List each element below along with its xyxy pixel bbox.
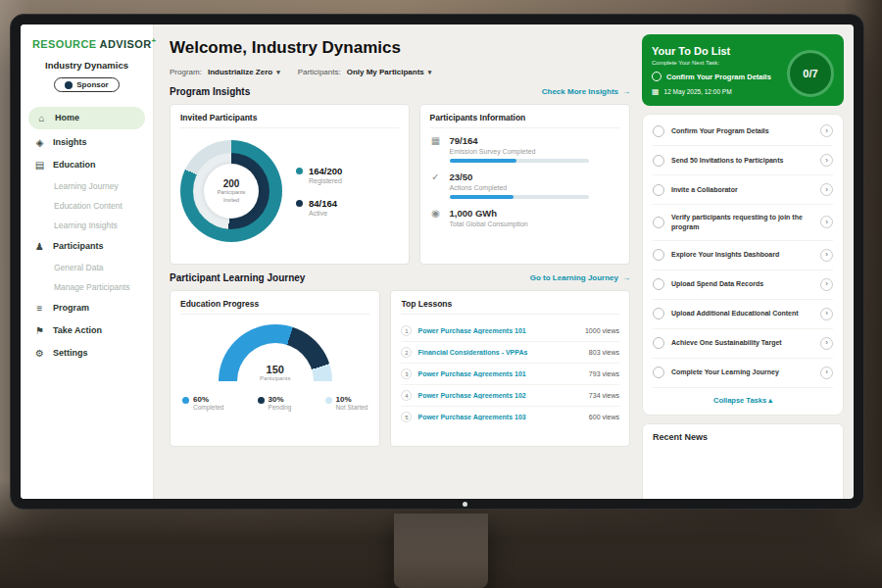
sidebar-item-education[interactable]: ▤ Education [21,154,153,176]
recent-news-card: Recent News [642,423,844,499]
participants-information-card: Participants Information ▦ 79/164 Emissi… [419,104,630,265]
sidebar-item-general-data[interactable]: General Data [21,258,153,277]
power-led [463,502,467,507]
legend-registered: 164/200 Registered [296,166,342,184]
sidebar-item-learning-insights[interactable]: Learning Insights [21,216,153,235]
chevron-right-icon[interactable]: › [820,183,833,196]
check-icon: ✓ [430,172,442,182]
task-row-complete-learning-journey[interactable]: Complete Your Learning Journey › [653,359,833,388]
participants-icon: ♟ [34,241,45,252]
chevron-right-icon[interactable]: › [820,278,833,291]
education-icon: ▤ [34,160,45,171]
info-value: 1,000 GWh [450,208,528,219]
task-label: Invite a Collaborator [671,185,813,195]
sponsor-icon [65,81,73,89]
task-checkbox[interactable] [653,249,664,261]
page-title: Welcome, Industry Dynamics [170,38,630,58]
monitor-frame: RESOURCE ADVISOR+ Industry Dynamics Spon… [10,14,864,510]
task-checkbox[interactable] [653,155,664,167]
chevron-down-icon: ▾ [276,69,280,76]
task-row-send-invitations[interactable]: Send 50 Invitations to Participants › [653,146,833,175]
top-lessons-card: Top Lessons 1 Power Purchase Agreements … [390,290,630,447]
recent-news-title: Recent News [653,432,708,442]
chevron-right-icon[interactable]: › [820,249,833,262]
progress-track [450,159,589,163]
lesson-views: 734 views [589,392,619,399]
sidebar-item-participants[interactable]: ♟ Participants [21,235,153,258]
next-task[interactable]: Confirm Your Program Details [652,72,783,81]
legend-dot-not-started [325,397,332,404]
program-insights-header: Program Insights Check More Insights → [170,86,630,97]
lesson-link[interactable]: Power Purchase Agreements 102 [417,392,582,399]
task-row-confirm-program[interactable]: Confirm Your Program Details › [653,117,833,146]
invited-donut-ring-inner: 200 Participants Invited [193,153,270,229]
chevron-right-icon[interactable]: › [820,216,833,228]
chevron-right-icon[interactable]: › [820,337,833,350]
education-gauge: 150 Participants [219,324,332,381]
sponsor-badge[interactable]: Sponsor [54,77,119,92]
card-title: Top Lessons [401,299,619,315]
lesson-link[interactable]: Power Purchase Agreements 103 [417,414,582,420]
task-checkbox[interactable] [653,337,664,349]
task-row-verify-participants[interactable]: Verify participants requesting to join t… [653,205,833,241]
lesson-rank: 1 [401,325,412,336]
task-checkbox[interactable] [653,125,664,137]
due-date-text: 12 May 2025, 12:00 PM [664,88,732,95]
program-select-value: Industrialize Zero [208,68,272,76]
sidebar-item-program[interactable]: ≡ Program [21,297,153,319]
check-more-insights-link[interactable]: Check More Insights → [542,87,630,96]
lesson-row: 5 Power Purchase Agreements 103 600 view… [401,407,619,427]
task-row-upload-spend-data[interactable]: Upload Spend Data Records › [653,270,833,300]
sidebar-nav: ⌂ Home ◈ Insights ▤ Education Learning J… [21,107,153,365]
task-checkbox[interactable] [653,217,664,228]
todo-task-list: Confirm Your Program Details › Send 50 I… [642,114,844,416]
invited-donut-ring-outer: 200 Participants Invited [180,140,282,242]
task-checkbox[interactable] [653,367,664,378]
task-label: Upload Additional Educational Content [671,309,813,318]
sidebar-item-label: Home [55,113,79,122]
sidebar-item-take-action[interactable]: ⚑ Take Action [21,319,153,342]
program-select[interactable]: Industrialize Zero ▾ [208,68,280,76]
task-row-upload-educational-content[interactable]: Upload Additional Educational Content › [653,300,833,329]
chevron-right-icon[interactable]: › [820,308,833,320]
task-row-explore-insights[interactable]: Explore Your Insights Dashboard › [653,241,833,270]
org-block: Industry Dynamics Sponsor [21,58,153,103]
participants-select[interactable]: Only My Participants ▾ [347,68,432,76]
chevron-right-icon[interactable]: › [820,124,833,137]
journey-cards-row: Education Progress 150 Participants [170,290,630,447]
sidebar-item-home[interactable]: ⌂ Home [28,107,145,129]
sidebar-item-label: Program [53,303,89,313]
task-checkbox[interactable] [653,184,664,196]
lesson-views: 803 views [589,349,619,356]
legend-pending: 30% Pending [258,395,292,411]
legend-dot-pending [258,397,265,404]
lesson-link[interactable]: Power Purchase Agreements 101 [417,327,578,334]
lesson-link[interactable]: Power Purchase Agreements 101 [417,370,582,377]
sidebar-item-education-content[interactable]: Education Content [21,196,153,216]
monitor-stand [394,514,488,588]
sidebar-item-learning-journey[interactable]: Learning Journey [21,176,153,196]
go-to-learning-journey-link[interactable]: Go to Learning Journey → [530,273,630,282]
list-icon: ≡ [34,303,45,314]
legend-active: 84/164 Active [296,198,342,217]
chevron-right-icon[interactable]: › [820,367,833,379]
brand-secondary: ADVISOR [100,38,152,50]
task-checkbox[interactable] [653,308,664,319]
task-row-invite-collaborator[interactable]: Invite a Collaborator › [653,175,833,205]
lesson-row: 2 Financial Considerations - VPPAs 803 v… [401,342,619,364]
task-row-sustainability-target[interactable]: Achieve One Sustainability Target › [653,329,833,359]
chevron-right-icon[interactable]: › [820,154,833,167]
sidebar-item-settings[interactable]: ⚙ Settings [21,342,153,365]
legend-dot-completed [182,397,189,404]
progress-fill [450,159,516,163]
collapse-tasks-link[interactable]: Collapse Tasks ▴ [653,388,833,413]
task-checkbox[interactable] [653,278,664,290]
lesson-views: 1000 views [585,327,619,334]
education-progress-card: Education Progress 150 Participants [170,290,380,447]
sidebar-item-manage-participants[interactable]: Manage Participants [21,277,153,297]
lesson-link[interactable]: Financial Considerations - VPPAs [417,349,582,356]
sidebar-item-insights[interactable]: ◈ Insights [21,131,153,154]
gauge-center-label: Participants [219,375,332,381]
next-task-label: Confirm Your Program Details [666,73,771,81]
next-task-checkbox[interactable] [652,72,662,81]
